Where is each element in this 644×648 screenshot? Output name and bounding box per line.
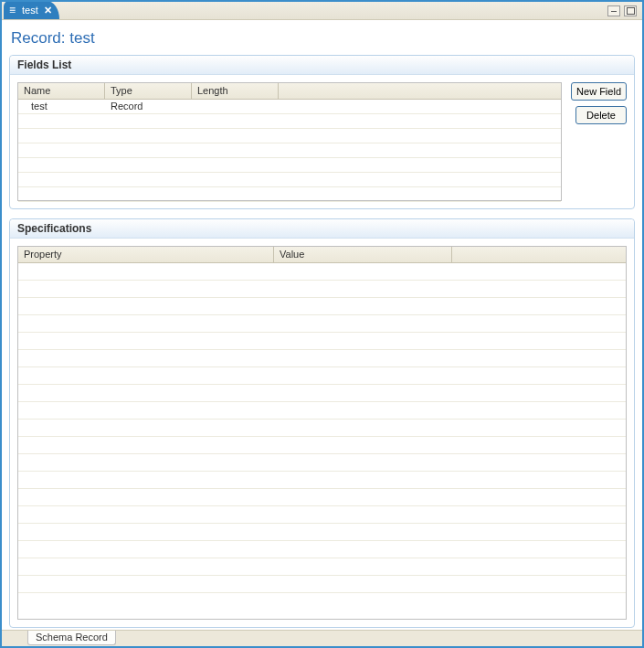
table-row [18, 420, 626, 437]
col-length[interactable]: Length [192, 83, 279, 99]
table-row [18, 187, 561, 202]
table-row [18, 558, 626, 576]
specifications-table[interactable]: Property Value [17, 246, 627, 620]
cell-rest [279, 100, 561, 113]
col-rest [279, 83, 561, 99]
table-row [18, 143, 561, 158]
table-row [18, 263, 626, 281]
fields-table-header: Name Type Length [18, 83, 561, 100]
table-row [18, 315, 626, 333]
tab-label: test [22, 5, 38, 16]
fields-table[interactable]: Name Type Length test Record [17, 82, 562, 201]
table-row [18, 541, 626, 558]
table-row[interactable]: test Record [18, 100, 561, 114]
close-icon[interactable]: ✕ [44, 5, 52, 16]
maximize-button[interactable] [624, 5, 637, 16]
content-area: Record: test Fields List Name Type Lengt… [2, 20, 642, 630]
fields-actions: New Field Delete [571, 82, 627, 201]
page-title: Record: test [9, 27, 635, 55]
editor-tab[interactable]: test ✕ [4, 1, 59, 19]
table-row [18, 437, 626, 454]
specifications-table-header: Property Value [18, 247, 626, 263]
table-row [18, 333, 626, 350]
table-row [18, 367, 626, 385]
table-row [18, 281, 626, 298]
window-bar: test ✕ [2, 2, 642, 20]
col-property[interactable]: Property [18, 247, 274, 262]
window-controls [607, 5, 637, 19]
delete-button[interactable]: Delete [575, 106, 627, 124]
table-row [18, 472, 626, 489]
specifications-section: Specifications Property Value [9, 218, 635, 628]
cell-length [192, 100, 279, 113]
table-row [18, 385, 626, 402]
table-row [18, 402, 626, 420]
specifications-section-title: Specifications [10, 219, 634, 239]
table-row [18, 454, 626, 472]
minimize-button[interactable] [607, 5, 620, 16]
new-field-button[interactable]: New Field [571, 82, 627, 101]
table-row [18, 524, 626, 541]
fields-section: Fields List Name Type Length test Record [9, 55, 635, 209]
table-row [18, 489, 626, 506]
cell-type: Record [105, 100, 192, 113]
bottom-bar: Schema Record [2, 630, 642, 646]
cell-name: test [18, 100, 105, 113]
table-row [18, 114, 561, 129]
table-row [18, 173, 561, 187]
table-row [18, 350, 626, 367]
col-name[interactable]: Name [18, 83, 105, 99]
table-row [18, 298, 626, 315]
record-icon [9, 6, 18, 14]
fields-section-title: Fields List [10, 56, 634, 75]
table-row [18, 129, 561, 143]
col-value[interactable]: Value [274, 247, 452, 262]
bottom-tab-schema-record[interactable]: Schema Record [27, 631, 116, 645]
table-row [18, 576, 626, 593]
table-row [18, 506, 626, 524]
col-rest [452, 247, 626, 262]
table-row [18, 158, 561, 173]
col-type[interactable]: Type [105, 83, 192, 99]
